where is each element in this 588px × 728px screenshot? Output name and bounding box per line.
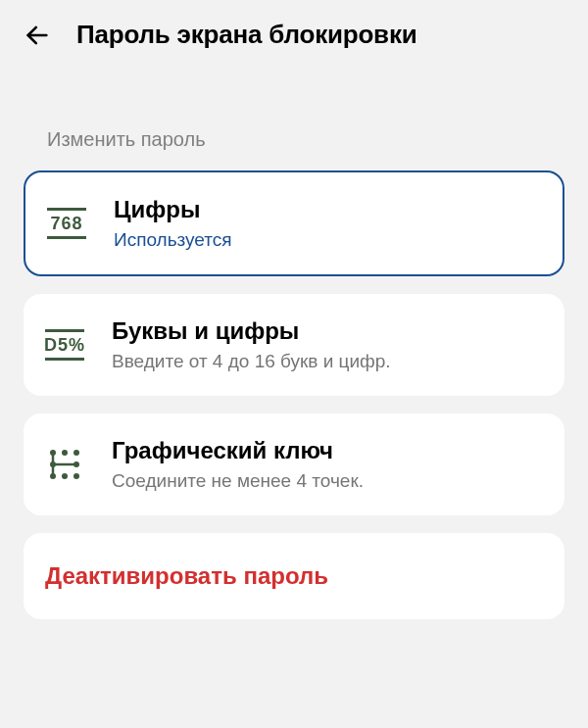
option-subtitle: Введите от 4 до 16 букв и цифр. — [112, 351, 543, 372]
option-title: Графический ключ — [112, 437, 543, 464]
svg-point-3 — [74, 450, 79, 456]
option-subtitle: Соедините не менее 4 точек. — [112, 470, 543, 492]
option-title: Буквы и цифры — [112, 317, 543, 345]
options-list: 768 Цифры Используется D5% Буквы и цифры… — [0, 170, 588, 619]
pattern-icon — [43, 443, 86, 486]
deactivate-label: Деактивировать пароль — [45, 562, 543, 590]
svg-point-7 — [62, 473, 68, 479]
option-alphanumeric[interactable]: D5% Буквы и цифры Введите от 4 до 16 бук… — [24, 294, 564, 396]
svg-point-2 — [62, 450, 68, 456]
option-pattern[interactable]: Графический ключ Соедините не менее 4 то… — [24, 413, 564, 515]
svg-point-8 — [74, 473, 79, 479]
numeric-icon: 768 — [45, 202, 88, 245]
option-subtitle: Используется — [114, 229, 541, 251]
option-title: Цифры — [114, 196, 541, 223]
option-numeric[interactable]: 768 Цифры Используется — [24, 170, 564, 276]
page-title: Пароль экрана блокировки — [76, 20, 417, 50]
section-label: Изменить пароль — [0, 72, 588, 170]
alphanumeric-icon: D5% — [43, 323, 86, 366]
deactivate-button[interactable]: Деактивировать пароль — [24, 533, 564, 619]
header: Пароль экрана блокировки — [0, 0, 588, 72]
back-arrow-icon[interactable] — [24, 22, 51, 49]
